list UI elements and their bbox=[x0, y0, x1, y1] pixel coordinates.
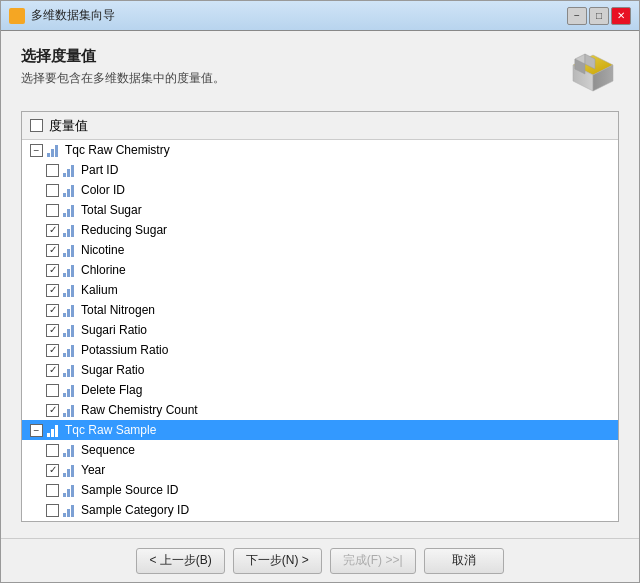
list-item[interactable]: Part ID bbox=[22, 160, 618, 180]
item-label: Kalium bbox=[81, 283, 118, 297]
list-item[interactable]: Tqc Raw Sample bbox=[22, 420, 618, 440]
item-checkbox[interactable] bbox=[46, 184, 59, 197]
bar-chart-icon bbox=[63, 303, 77, 317]
bar-chart-icon bbox=[47, 423, 61, 437]
bar-chart-icon bbox=[63, 203, 77, 217]
list-item[interactable]: Nicotine bbox=[22, 240, 618, 260]
header-text: 选择度量值 选择要包含在多维数据集中的度量值。 bbox=[21, 47, 225, 87]
item-checkbox[interactable] bbox=[46, 164, 59, 177]
bar-chart-icon bbox=[63, 163, 77, 177]
item-checkbox[interactable] bbox=[46, 364, 59, 377]
bar-chart-icon bbox=[63, 383, 77, 397]
item-label: Raw Chemistry Count bbox=[81, 403, 198, 417]
bar-chart-icon bbox=[63, 363, 77, 377]
item-checkbox[interactable] bbox=[46, 284, 59, 297]
bar-chart-icon bbox=[63, 263, 77, 277]
bar-chart-icon bbox=[63, 483, 77, 497]
bar-chart-icon bbox=[63, 403, 77, 417]
item-checkbox[interactable] bbox=[46, 244, 59, 257]
title-bar-left: 多维数据集向导 bbox=[9, 7, 115, 24]
item-checkbox[interactable] bbox=[46, 264, 59, 277]
prev-button[interactable]: < 上一步(B) bbox=[136, 548, 224, 574]
item-label: Sample Category ID bbox=[81, 503, 189, 517]
item-checkbox[interactable] bbox=[46, 384, 59, 397]
item-label: Reducing Sugar bbox=[81, 223, 167, 237]
list-item[interactable]: Tqc Raw Chemistry bbox=[22, 140, 618, 160]
item-checkbox[interactable] bbox=[46, 504, 59, 517]
bar-chart-icon bbox=[63, 183, 77, 197]
header-checkbox[interactable] bbox=[30, 119, 43, 132]
bar-chart-icon bbox=[63, 283, 77, 297]
item-checkbox[interactable] bbox=[46, 464, 59, 477]
item-label: Total Nitrogen bbox=[81, 303, 155, 317]
maximize-button[interactable]: □ bbox=[589, 7, 609, 25]
item-label: Sample Source ID bbox=[81, 483, 178, 497]
list-item[interactable]: Chlorine bbox=[22, 260, 618, 280]
list-item[interactable]: Sequence bbox=[22, 440, 618, 460]
window-title: 多维数据集向导 bbox=[31, 7, 115, 24]
item-checkbox[interactable] bbox=[46, 444, 59, 457]
item-label: Potassium Ratio bbox=[81, 343, 168, 357]
close-button[interactable]: ✕ bbox=[611, 7, 631, 25]
bar-chart-icon bbox=[63, 343, 77, 357]
list-item[interactable]: Reducing Sugar bbox=[22, 220, 618, 240]
item-label: Part ID bbox=[81, 163, 118, 177]
svg-rect-0 bbox=[12, 11, 22, 21]
bar-chart-icon bbox=[63, 463, 77, 477]
item-label: Sequence bbox=[81, 443, 135, 457]
item-checkbox[interactable] bbox=[30, 144, 43, 157]
bar-chart-icon bbox=[47, 143, 61, 157]
minimize-button[interactable]: − bbox=[567, 7, 587, 25]
item-label: Tqc Raw Chemistry bbox=[65, 143, 170, 157]
list-item[interactable]: Total Sugar bbox=[22, 200, 618, 220]
list-item[interactable]: Total Nitrogen bbox=[22, 300, 618, 320]
title-buttons: − □ ✕ bbox=[567, 7, 631, 25]
list-item[interactable]: Area ID bbox=[22, 520, 618, 521]
content-area: 选择度量值 选择要包含在多维数据集中的度量值。 bbox=[1, 31, 639, 538]
cancel-button[interactable]: 取消 bbox=[424, 548, 504, 574]
list-item[interactable]: Sample Source ID bbox=[22, 480, 618, 500]
list-item[interactable]: Kalium bbox=[22, 280, 618, 300]
item-checkbox[interactable] bbox=[46, 484, 59, 497]
list-item[interactable]: Color ID bbox=[22, 180, 618, 200]
list-header-label: 度量值 bbox=[49, 117, 88, 135]
item-checkbox[interactable] bbox=[46, 324, 59, 337]
next-button[interactable]: 下一步(N) > bbox=[233, 548, 322, 574]
main-window: 多维数据集向导 − □ ✕ 选择度量值 选择要包含在多维数据集中的度量值。 bbox=[0, 0, 640, 583]
list-item[interactable]: Sugar Ratio bbox=[22, 360, 618, 380]
item-checkbox[interactable] bbox=[46, 344, 59, 357]
bar-chart-icon bbox=[63, 223, 77, 237]
item-label: Sugar Ratio bbox=[81, 363, 144, 377]
page-subtitle: 选择要包含在多维数据集中的度量值。 bbox=[21, 70, 225, 87]
item-label: Sugari Ratio bbox=[81, 323, 147, 337]
item-label: Delete Flag bbox=[81, 383, 142, 397]
header-section: 选择度量值 选择要包含在多维数据集中的度量值。 bbox=[21, 47, 619, 99]
app-icon bbox=[9, 8, 25, 24]
cube-icon bbox=[567, 47, 619, 99]
item-label: Nicotine bbox=[81, 243, 124, 257]
item-label: Year bbox=[81, 463, 105, 477]
item-checkbox[interactable] bbox=[30, 424, 43, 437]
list-scroll-area[interactable]: Tqc Raw ChemistryPart IDColor IDTotal Su… bbox=[22, 140, 618, 521]
list-header: 度量值 bbox=[22, 112, 618, 140]
list-item[interactable]: Potassium Ratio bbox=[22, 340, 618, 360]
footer-buttons: < 上一步(B) 下一步(N) > 完成(F) >>| 取消 bbox=[1, 538, 639, 582]
item-checkbox[interactable] bbox=[46, 404, 59, 417]
item-checkbox[interactable] bbox=[46, 224, 59, 237]
bar-chart-icon bbox=[63, 503, 77, 517]
list-item[interactable]: Delete Flag bbox=[22, 380, 618, 400]
finish-button[interactable]: 完成(F) >>| bbox=[330, 548, 416, 574]
list-item[interactable]: Sample Category ID bbox=[22, 500, 618, 520]
measure-list-container: 度量值 Tqc Raw ChemistryPart IDColor IDTota… bbox=[21, 111, 619, 522]
item-label: Chlorine bbox=[81, 263, 126, 277]
item-checkbox[interactable] bbox=[46, 304, 59, 317]
item-label: Total Sugar bbox=[81, 203, 142, 217]
list-item[interactable]: Raw Chemistry Count bbox=[22, 400, 618, 420]
bar-chart-icon bbox=[63, 443, 77, 457]
list-item[interactable]: Year bbox=[22, 460, 618, 480]
title-bar: 多维数据集向导 − □ ✕ bbox=[1, 1, 639, 31]
bar-chart-icon bbox=[63, 323, 77, 337]
list-item[interactable]: Sugari Ratio bbox=[22, 320, 618, 340]
item-checkbox[interactable] bbox=[46, 204, 59, 217]
bar-chart-icon bbox=[63, 243, 77, 257]
